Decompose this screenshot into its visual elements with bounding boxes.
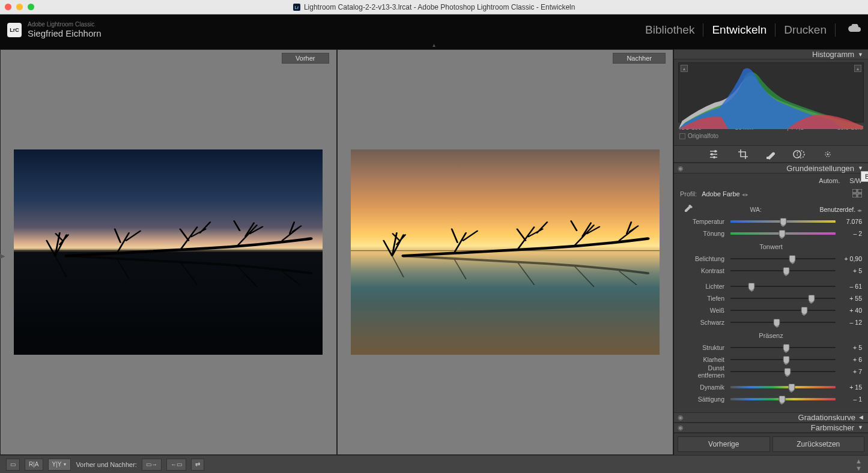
edit-tool-icon[interactable] <box>709 149 721 160</box>
heal-tool-icon[interactable] <box>765 149 776 160</box>
svg-rect-5 <box>766 157 769 159</box>
original-checkbox[interactable]: Originalfoto <box>678 131 864 143</box>
svg-rect-12 <box>852 194 857 197</box>
wb-label: WA: <box>696 206 820 213</box>
minimize-icon[interactable] <box>16 4 23 10</box>
user-name: Siegfried Eichhorn <box>28 28 102 38</box>
crop-tool-icon[interactable] <box>738 149 748 160</box>
profile-dropdown[interactable]: Adobe Farbe ◂▸ <box>702 190 848 197</box>
before-image[interactable] <box>14 149 323 355</box>
slider-whites[interactable]: Weiß+ 40 <box>680 306 862 315</box>
slider-texture[interactable]: Struktur+ 5 <box>680 343 862 352</box>
svg-rect-0 <box>293 4 300 11</box>
svg-point-2 <box>714 150 717 152</box>
nav-separator <box>775 23 775 37</box>
section-histogram[interactable]: Histogramm <box>674 49 868 59</box>
before-label: Vorher <box>282 53 329 64</box>
eye-icon[interactable]: ◉ <box>678 164 684 172</box>
slider-highlights[interactable]: Lichter– 61 <box>680 282 862 291</box>
slider-clarity[interactable]: Klarheit+ 6 <box>680 355 862 364</box>
before-pane: Vorher <box>1 50 336 454</box>
svg-rect-13 <box>858 194 862 197</box>
section-mixer[interactable]: ◉ Farbmischer <box>674 423 868 433</box>
section-basic[interactable]: ◉ Grundeinstellungen <box>674 163 868 173</box>
close-icon[interactable] <box>5 4 11 10</box>
after-pane: Nachher <box>336 50 673 454</box>
slider-vibrance[interactable]: Dynamik+ 15 <box>680 382 862 392</box>
wb-dropper-icon[interactable] <box>680 202 696 217</box>
slider-blacks[interactable]: Schwarz– 12 <box>680 318 862 327</box>
view-loupe-icon[interactable]: ▭ <box>6 459 20 471</box>
section-curve[interactable]: ◉ Gradationskurve <box>674 412 868 423</box>
svg-rect-10 <box>852 189 857 193</box>
previous-button[interactable]: Vorherige <box>678 436 770 452</box>
view-before-after-icon[interactable]: Y|Y▼ <box>48 459 71 471</box>
slider-temperature[interactable]: Temperatur7.076 <box>680 217 862 226</box>
disclosure-icon <box>858 52 863 58</box>
photo-subject <box>32 194 317 310</box>
top-panel-collapse-icon[interactable]: ▲ <box>0 44 868 49</box>
filmstrip-expand-icon[interactable]: ▲▼ <box>855 457 862 472</box>
slider-exposure[interactable]: Belichtung+ 0,90 <box>680 254 862 264</box>
section-title: Gradationskurve <box>798 413 855 422</box>
histogram[interactable]: ▲ ▲ <box>678 62 864 122</box>
disclosure-icon <box>858 165 863 171</box>
right-panel: Histogramm ▲ ▲ ISO 100 16 mm ƒ / 7,1 10.… <box>673 49 868 455</box>
module-develop[interactable]: Entwickeln <box>712 23 766 37</box>
app-badge-icon: LrC <box>7 23 22 37</box>
photo-subject <box>369 194 654 310</box>
slider-saturation[interactable]: Sättigung– 1 <box>680 394 862 404</box>
section-title: Farbmischer <box>811 423 854 432</box>
redeye-tool-icon[interactable] <box>822 149 834 159</box>
swap-copy-right-icon[interactable]: ▭→ <box>142 459 162 471</box>
view-reference-icon[interactable]: R|A <box>25 459 43 471</box>
swap-both-icon[interactable]: ⇄ <box>191 459 204 471</box>
auto-button[interactable]: Autom. <box>819 177 840 184</box>
image-viewer: ▶ Vorher <box>0 49 673 455</box>
nav-separator <box>703 23 703 37</box>
svg-rect-11 <box>858 189 862 193</box>
basic-panel: Bildschirmfo Autom. S/W Profil: Adobe Fa… <box>674 173 868 412</box>
wb-dropdown[interactable]: Benutzerdef. ◂▸ <box>820 206 862 213</box>
module-print[interactable]: Drucken <box>784 23 827 37</box>
module-library[interactable]: Bibliothek <box>645 23 694 37</box>
cloud-sync-icon[interactable] <box>848 23 861 37</box>
identity-plate: Adobe Lightroom Classic Siegfried Eichho… <box>28 21 102 38</box>
product-name: Adobe Lightroom Classic <box>28 21 102 28</box>
checkbox-icon[interactable] <box>679 133 685 139</box>
section-title: Histogramm <box>812 50 854 59</box>
profile-label: Profil: <box>680 190 697 197</box>
disclosure-icon <box>859 414 863 420</box>
svg-text:Lr: Lr <box>294 5 299 10</box>
svg-point-3 <box>711 153 713 155</box>
before-after-label: Vorher und Nachher: <box>76 461 137 468</box>
bw-button[interactable]: S/W <box>849 177 862 184</box>
section-title: Grundeinstellungen <box>786 164 854 173</box>
top-bar: LrC Adobe Lightroom Classic Siegfried Ei… <box>0 14 868 44</box>
window-title: Lr Lightroom Catalog-2-2-v13-3.lrcat - A… <box>0 3 868 11</box>
after-label: Nachher <box>613 53 666 64</box>
profile-browser-icon[interactable] <box>852 189 862 199</box>
svg-point-6 <box>794 151 801 158</box>
maximize-icon[interactable] <box>28 4 34 10</box>
svg-point-9 <box>827 153 828 155</box>
after-image[interactable] <box>351 149 660 355</box>
eye-icon[interactable]: ◉ <box>678 424 684 432</box>
mac-titlebar: Lr Lightroom Catalog-2-2-v13-3.lrcat - A… <box>0 0 868 14</box>
disclosure-icon <box>858 424 863 430</box>
tool-strip <box>674 145 868 163</box>
nav-separator <box>835 23 836 37</box>
slider-dehaze[interactable]: Dunst entfernen+ 7 <box>680 367 862 376</box>
reset-button[interactable]: Zurücksetzen <box>772 436 865 452</box>
eye-icon[interactable]: ◉ <box>678 414 684 421</box>
slider-tint[interactable]: Tönung– 2 <box>680 229 862 238</box>
presence-heading: Präsenz <box>680 331 862 340</box>
swap-copy-left-icon[interactable]: ←▭ <box>166 459 186 471</box>
mask-tool-icon[interactable] <box>793 149 805 159</box>
slider-contrast[interactable]: Kontrast+ 5 <box>680 266 862 276</box>
tone-heading: Tonwert <box>680 242 862 252</box>
svg-point-4 <box>713 156 715 158</box>
bottom-toolbar: ▭ R|A Y|Y▼ Vorher und Nachher: ▭→ ←▭ ⇄ ▲… <box>0 455 868 473</box>
module-nav: Bibliothek Entwickeln Drucken <box>645 23 861 37</box>
slider-shadows[interactable]: Tiefen+ 55 <box>680 294 862 303</box>
